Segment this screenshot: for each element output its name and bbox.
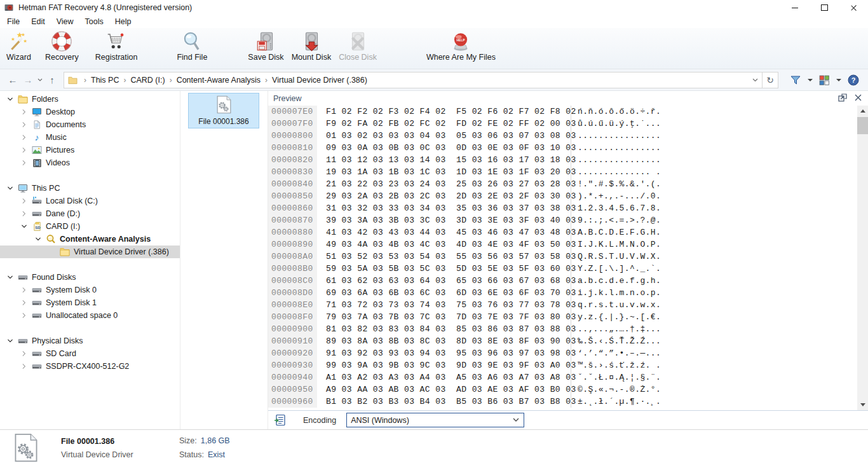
- encoding-select[interactable]: ANSI (Windows): [346, 413, 524, 427]
- history-chevron-icon[interactable]: [36, 73, 44, 88]
- hex-ascii: A.B.C.D.E.F.G.H.: [571, 226, 661, 238]
- chevron-right-icon[interactable]: [19, 132, 29, 142]
- close-preview-icon[interactable]: [855, 94, 862, 103]
- tree-item-label: Music: [46, 133, 67, 142]
- chevron-down-icon[interactable]: [5, 272, 15, 282]
- filter-dropdown-caret-icon[interactable]: [808, 79, 813, 81]
- wizard-button[interactable]: ★★★★Wizard: [3, 30, 35, 62]
- breadcrumb-item-card-i[interactable]: CARD (I:): [130, 76, 165, 85]
- hex-ascii: ©.Ş.«.¬.-.®.Ż.°.: [571, 384, 661, 396]
- menu-edit[interactable]: Edit: [25, 15, 51, 28]
- hex-row: 0000093099 03 9A 03 9B 03 9C 03 9D 03 9E…: [268, 359, 868, 371]
- find-file-button[interactable]: Find File: [173, 30, 211, 62]
- address-input[interactable]: ›This PC›CARD (I:)›Content-Aware Analysi…: [64, 72, 763, 88]
- maximize-button[interactable]: [810, 0, 839, 15]
- address-dropdown-chevron-icon[interactable]: [748, 73, 762, 88]
- chevron-right-icon[interactable]: [19, 298, 29, 308]
- vertical-scrollbar[interactable]: [857, 106, 868, 410]
- chevron-right-icon[interactable]: [19, 361, 29, 371]
- sidebar-item-virtual-device-driver-386[interactable]: Virtual Device Driver (.386): [0, 245, 180, 258]
- chevron-down-icon[interactable]: [5, 183, 15, 193]
- sidebar-item-found-disks[interactable]: Found Disks: [0, 271, 180, 284]
- sidebar-item-folders[interactable]: Folders: [0, 93, 180, 106]
- sidebar-item-card-i[interactable]: SDCARD (I:): [0, 220, 180, 233]
- scrollbar-thumb[interactable]: [857, 117, 868, 134]
- filter-button[interactable]: [787, 73, 804, 88]
- tree-item-label: SSDPR-CX400-512-G2: [46, 362, 129, 371]
- sidebar-item-physical-disks[interactable]: Physical Disks: [0, 335, 180, 347]
- chevron-right-icon[interactable]: [19, 120, 29, 130]
- hex-offset: 000008D0: [268, 287, 317, 299]
- scroll-up-icon[interactable]: [857, 106, 868, 116]
- menu-view[interactable]: View: [51, 15, 79, 28]
- popout-panel-icon[interactable]: [838, 93, 847, 104]
- sidebar-item-content-aware-analysis[interactable]: Content-Aware Analysis: [0, 233, 180, 245]
- toolbar-button-label: Save Disk: [248, 53, 283, 62]
- menu-help[interactable]: Help: [109, 15, 137, 28]
- hex-ascii: 1.2.3.4.5.6.7.8.: [571, 202, 661, 214]
- forward-button[interactable]: →: [20, 73, 36, 88]
- registration-button[interactable]: Registration: [92, 30, 142, 62]
- sidebar-item-ssdpr-cx400-512-g2[interactable]: SSDPR-CX400-512-G2: [0, 360, 180, 373]
- chevron-right-icon[interactable]: [19, 196, 29, 206]
- hex-offset: 000007E0: [268, 106, 317, 118]
- breadcrumb-item-virtual-device-driver-386[interactable]: Virtual Device Driver (.386): [272, 76, 367, 85]
- chevron-right-icon[interactable]: [19, 285, 29, 295]
- up-button[interactable]: ↑: [44, 73, 60, 88]
- file-item-label: File 00001.386: [198, 117, 248, 126]
- chevron-down-icon[interactable]: [33, 234, 43, 244]
- minimize-button[interactable]: [780, 0, 810, 15]
- recovery-button[interactable]: Recovery: [41, 30, 83, 62]
- chevron-right-icon[interactable]: [19, 349, 29, 359]
- where-are-my-files-button[interactable]: HELPWhere Are My Files: [423, 30, 499, 62]
- close-disk-button: Close Disk: [335, 30, 381, 62]
- chevron-right-icon[interactable]: [19, 209, 29, 219]
- hex-bytes: F9 02 FA 02 FB 02 FC 02 FD 02 FE 02 FF 0…: [326, 118, 571, 130]
- sidebar-item-unallocated-space-0[interactable]: Unallocated space 0: [0, 309, 180, 322]
- disk-icon: [31, 361, 43, 371]
- menu-file[interactable]: File: [1, 15, 25, 28]
- hex-offset: 000008A0: [268, 251, 317, 263]
- sidebar-item-sd-card[interactable]: SD Card: [0, 347, 180, 360]
- hex-row: 0000082011 03 12 03 13 03 14 03 15 03 16…: [268, 154, 868, 166]
- selected-file-name: File 00001.386: [61, 434, 156, 448]
- hex-ascii: ™.š.›.ś.ť.ž.ź. .: [571, 359, 661, 371]
- sidebar-item-music[interactable]: ♪Music: [0, 131, 180, 144]
- sidebar-item-dane-d[interactable]: Dane (D:): [0, 207, 180, 220]
- chevron-down-icon[interactable]: [5, 94, 15, 104]
- desktop-icon: [31, 107, 43, 117]
- sidebar-item-pictures[interactable]: Pictures: [0, 144, 180, 156]
- view-dropdown-caret-icon[interactable]: [836, 79, 841, 81]
- refresh-button[interactable]: ↻: [763, 72, 778, 88]
- help-button[interactable]: ?: [845, 73, 862, 88]
- back-button[interactable]: ←: [5, 73, 20, 88]
- menu-tools[interactable]: Tools: [79, 15, 109, 28]
- sidebar-item-this-pc[interactable]: This PC: [0, 182, 180, 195]
- hex-bytes: 89 03 8A 03 8B 03 8C 03 8D 03 8E 03 8F 0…: [326, 335, 571, 347]
- scroll-down-icon[interactable]: [857, 399, 868, 410]
- sidebar-item-system-disk-0[interactable]: System Disk 0: [0, 284, 180, 296]
- breadcrumb-item-content-aware-analysis[interactable]: Content-Aware Analysis: [177, 76, 261, 85]
- sidebar-item-documents[interactable]: Documents: [0, 118, 180, 131]
- hex-offset: 00000900: [268, 323, 317, 335]
- chevron-right-icon[interactable]: [19, 145, 29, 155]
- chevron-right-icon[interactable]: [19, 107, 29, 117]
- chevron-right-icon[interactable]: [19, 158, 29, 168]
- breadcrumb-item-this-pc[interactable]: This PC: [91, 76, 119, 85]
- hex-ascii: ‘.’.“.”.•.–.—...: [571, 347, 661, 359]
- view-mode-button[interactable]: [817, 73, 832, 88]
- save-disk-button[interactable]: Save Disk: [244, 30, 287, 62]
- chevron-right-icon[interactable]: [19, 310, 29, 321]
- file-item-file-00001-386[interactable]: File 00001.386: [188, 93, 259, 128]
- chevron-down-icon[interactable]: [19, 221, 29, 232]
- sidebar-item-desktop[interactable]: Desktop: [0, 106, 180, 118]
- hex-offset: 00000860: [268, 202, 317, 214]
- file-gears-icon: [217, 95, 231, 116]
- sidebar-item-local-disk-c[interactable]: Local Disk (C:): [0, 195, 180, 207]
- close-button[interactable]: [839, 0, 868, 15]
- sidebar-item-system-disk-1[interactable]: System Disk 1: [0, 296, 180, 309]
- mount-disk-button[interactable]: Mount Disk: [288, 30, 336, 62]
- hex-bytes: 01 03 02 03 03 03 04 03 05 03 06 03 07 0…: [326, 130, 571, 142]
- chevron-down-icon[interactable]: [5, 336, 15, 346]
- sidebar-item-videos[interactable]: Videos: [0, 156, 180, 169]
